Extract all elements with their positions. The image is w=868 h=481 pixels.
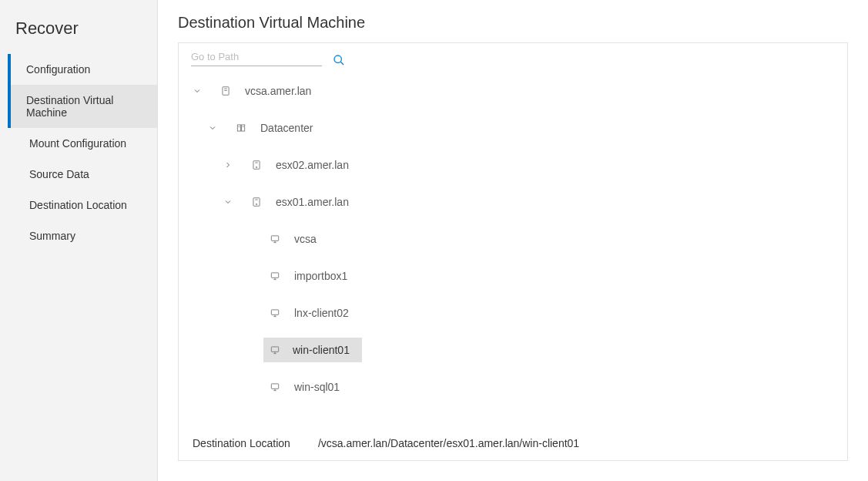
vm-icon	[270, 271, 280, 281]
sidebar-nav: Configuration Destination Virtual Machin…	[0, 54, 157, 251]
chevron-down-icon[interactable]	[206, 122, 219, 134]
tree-node-label: esx02.amer.lan	[270, 156, 355, 174]
svg-point-0	[334, 56, 341, 62]
sidebar-item-summary[interactable]: Summary	[11, 220, 157, 251]
sidebar-item-configuration[interactable]: Configuration	[8, 54, 157, 85]
svg-rect-21	[271, 310, 278, 314]
tree-scroll[interactable]: vcsa.amer.lan Datacenter	[179, 66, 847, 426]
tree-node-label: importbox1	[288, 267, 354, 285]
tree-node-vm-winsql[interactable]: win-sql01	[191, 368, 844, 405]
tree-node-label: vcsa.amer.lan	[239, 82, 317, 100]
svg-rect-6	[242, 125, 245, 131]
svg-line-1	[340, 62, 344, 65]
svg-point-10	[256, 166, 256, 167]
chevron-right-icon[interactable]	[222, 159, 234, 171]
server-icon	[220, 86, 231, 96]
host-icon	[251, 197, 262, 207]
vm-icon	[270, 308, 280, 318]
tree-node-host-esx01[interactable]: esx01.amer.lan	[191, 183, 844, 220]
svg-rect-2	[223, 87, 229, 96]
sidebar-item-destination-vm[interactable]: Destination Virtual Machine	[8, 85, 157, 128]
main: Destination Virtual Machine	[158, 0, 868, 481]
sidebar-item-destination-location[interactable]: Destination Location	[11, 190, 157, 220]
sidebar-item-source-data[interactable]: Source Data	[11, 159, 157, 190]
tree-node-label: Datacenter	[254, 119, 319, 137]
tree-node-label: vcsa	[288, 230, 323, 248]
svg-rect-15	[271, 236, 278, 240]
svg-point-13	[256, 204, 256, 204]
svg-rect-24	[271, 347, 278, 352]
tree-node-vm-lnx[interactable]: lnx-client02	[191, 294, 844, 331]
tree-node-vm-win[interactable]: win-client01	[191, 331, 844, 368]
chevron-down-icon[interactable]	[191, 85, 203, 97]
search-input[interactable]	[191, 48, 322, 66]
page-title: Destination Virtual Machine	[178, 14, 848, 32]
search-icon[interactable]	[333, 54, 345, 66]
svg-rect-5	[237, 125, 240, 131]
sidebar-title: Recover	[0, 14, 157, 54]
vm-icon	[270, 234, 280, 244]
destination-location-row: Destination Location /vcsa.amer.lan/Data…	[179, 426, 847, 449]
tree-panel: vcsa.amer.lan Datacenter	[178, 42, 848, 461]
svg-rect-27	[271, 384, 278, 388]
tree-node-vm-importbox[interactable]: importbox1	[191, 257, 844, 294]
tree-node-vm-vcsa[interactable]: vcsa	[191, 220, 844, 257]
tree-node-datacenter[interactable]: Datacenter	[191, 109, 844, 146]
vm-icon	[270, 382, 280, 392]
search-row	[179, 43, 847, 66]
svg-rect-18	[271, 273, 278, 278]
sidebar-item-mount-config[interactable]: Mount Configuration	[11, 128, 157, 159]
tree-node-label: esx01.amer.lan	[270, 193, 355, 211]
sidebar: Recover Configuration Destination Virtua…	[0, 0, 158, 481]
vm-icon	[270, 345, 280, 355]
tree-node-host-esx02[interactable]: esx02.amer.lan	[191, 146, 844, 183]
tree-node-label: win-client01	[287, 341, 356, 359]
tree-node-label: win-sql01	[288, 378, 346, 396]
tree-node-label: lnx-client02	[288, 304, 355, 322]
tree-node-server[interactable]: vcsa.amer.lan	[191, 72, 844, 109]
datacenter-icon	[236, 123, 246, 133]
chevron-down-icon[interactable]	[222, 196, 234, 208]
destination-location-label: Destination Location	[193, 437, 290, 449]
host-icon	[251, 160, 262, 170]
destination-location-path: /vcsa.amer.lan/Datacenter/esx01.amer.lan…	[318, 437, 579, 449]
